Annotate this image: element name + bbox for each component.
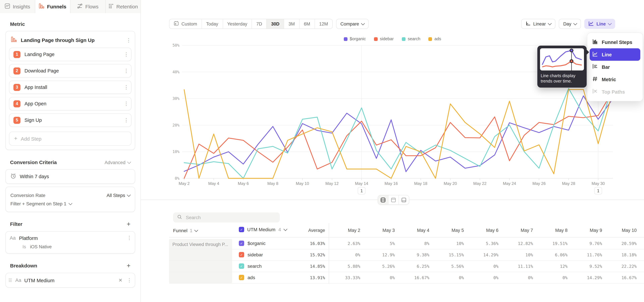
funnel-step-4[interactable]: 4 App Open ⋮	[9, 97, 132, 110]
chevron-down-icon	[608, 22, 612, 25]
series-checkbox[interactable]: ✓	[239, 252, 244, 257]
table-search[interactable]	[173, 212, 280, 222]
range-7d[interactable]: 7D	[252, 19, 267, 28]
filter-value[interactable]: iOS Native	[30, 244, 52, 249]
step-kebab-icon[interactable]: ⋮	[124, 68, 128, 74]
range-30d[interactable]: 30D	[267, 19, 284, 28]
cell-value: 14.29%	[483, 252, 498, 257]
chart-type-dropdown[interactable]: Line	[584, 19, 615, 29]
table-row[interactable]: ✓ $organic 16.03% 2.63% 5% 8% 10% 5.36% …	[169, 238, 644, 249]
remove-breakdown-icon[interactable]: ✕	[118, 278, 122, 283]
conversion-window[interactable]: Within 7 days	[5, 169, 135, 184]
filter-kebab-icon[interactable]: ⋮	[127, 235, 131, 241]
chevron-down-icon	[68, 201, 72, 205]
step-kebab-icon[interactable]: ⋮	[124, 51, 128, 58]
step-kebab-icon[interactable]: ⋮	[124, 84, 128, 90]
filter-segment-dropdown[interactable]: Filter + Segment on Step 1	[10, 200, 130, 208]
step-number-badge: 3	[14, 84, 20, 91]
table-row[interactable]: ✓ sidebar 15.92% 0% 12.9% 9.38% 15.15% 1…	[169, 249, 644, 261]
step-kebab-icon[interactable]: ⋮	[124, 101, 128, 107]
cell-value: 0%	[355, 252, 360, 257]
funnel-step-3[interactable]: 3 App Install ⋮	[9, 80, 132, 94]
chevron-down-icon	[361, 22, 365, 25]
utm-count: 4	[278, 227, 281, 232]
linear-scale-icon	[526, 21, 530, 27]
tab-funnels[interactable]: Funnels	[35, 0, 70, 14]
conversion-rate-card: Conversion Rate All Steps Filter + Segme…	[5, 186, 135, 212]
metric-card: Landing Page through Sign Up ⋮ 1 Landing…	[5, 31, 135, 150]
funnel-column-dropdown[interactable]: Funnel 1	[173, 228, 198, 233]
search-input[interactable]	[185, 214, 276, 220]
column-header[interactable]: May 3	[382, 228, 395, 233]
plus-icon: +	[14, 135, 18, 142]
funnel-count: 1	[190, 228, 192, 233]
step-kebab-icon[interactable]: ⋮	[124, 117, 128, 123]
menu-item-label: Line	[602, 52, 612, 57]
series-checkbox[interactable]: ✓	[239, 275, 244, 280]
funnel-column-label: Funnel	[173, 228, 188, 233]
column-header[interactable]: May 9	[590, 228, 602, 233]
column-header[interactable]: May 5	[452, 228, 464, 233]
column-header-average[interactable]: Average	[308, 228, 325, 233]
breakdown-utm-card[interactable]: ☰ Aa UTM Medium ✕ ⋮	[5, 273, 135, 288]
cell-value: 0%	[459, 275, 464, 280]
tab-insights[interactable]: Insights	[0, 0, 35, 13]
svg-text:0%: 0%	[175, 176, 180, 180]
table-row[interactable]: ✓ search 14.85% 5.88% 5.26% 6.25% 5.56% …	[169, 260, 644, 272]
funnel-kebab-icon[interactable]: ⋮	[126, 37, 130, 43]
layout-split-horizontal-button[interactable]	[378, 195, 388, 204]
breakdown-kebab-icon[interactable]: ⋮	[127, 277, 131, 283]
tab-retention[interactable]: Retention	[106, 0, 141, 13]
range-today[interactable]: Today	[202, 19, 223, 28]
column-header[interactable]: May 2	[348, 228, 360, 233]
select-all-checkbox[interactable]: ✓	[239, 227, 244, 232]
add-breakdown-button[interactable]: +	[127, 262, 130, 269]
series-checkbox[interactable]: ✓	[239, 264, 244, 269]
range-custom[interactable]: Custom	[170, 19, 202, 28]
line-chart-icon	[592, 51, 598, 58]
tab-flows[interactable]: Flows	[70, 0, 106, 13]
series-checkbox[interactable]: ✓	[239, 240, 244, 246]
column-header[interactable]: May 7	[520, 228, 533, 233]
metric-heading: Metric	[10, 21, 25, 27]
filter-platform-card[interactable]: Aa Platform ⋮ Is iOS Native	[5, 231, 135, 254]
menu-item-metric[interactable]: Metric	[587, 73, 643, 86]
cell-value: 5%	[390, 241, 395, 246]
utm-column-dropdown[interactable]: ✓ UTM Medium 4	[239, 227, 287, 232]
all-steps-dropdown[interactable]: All Steps	[107, 192, 130, 198]
column-header[interactable]: May 4	[417, 228, 429, 233]
column-header[interactable]: May 6	[486, 228, 498, 233]
svg-text:May 22: May 22	[473, 181, 486, 186]
drag-handle-icon[interactable]: ☰	[8, 278, 12, 283]
tooltip-text: Line charts display trends over time.	[537, 73, 587, 88]
layout-top-panel-button[interactable]	[388, 195, 399, 204]
table-row[interactable]: ✓ ads 13.91% 33.33% 0% 16.67% 0% 0% 0% 0…	[169, 272, 644, 284]
add-filter-button[interactable]: +	[127, 221, 130, 227]
range-yesterday[interactable]: Yesterday	[223, 19, 252, 28]
range-3m[interactable]: 3M	[284, 19, 300, 28]
menu-item-funnel-steps[interactable]: Funnel Steps	[587, 36, 643, 48]
query-sidebar: Metric Landing Page through Sign Up ⋮ 1 …	[0, 13, 141, 302]
filter-operator[interactable]: Is	[22, 244, 26, 249]
funnel-step-2[interactable]: 2 Download Page ⋮	[9, 64, 132, 78]
column-header[interactable]: May 10	[622, 228, 636, 233]
range-6m[interactable]: 6M	[300, 19, 315, 28]
menu-item-line[interactable]: Line	[590, 48, 640, 61]
funnel-step-1[interactable]: 1 Landing Page ⋮	[9, 48, 132, 61]
funnel-step-5[interactable]: 5 Sign Up ⋮	[9, 114, 132, 127]
menu-item-bar[interactable]: Bar	[587, 61, 643, 73]
step-label: Download Page	[24, 68, 120, 74]
cell-value: 11.76%	[587, 252, 602, 257]
add-step-button[interactable]: + Add Step	[9, 132, 132, 146]
advanced-dropdown[interactable]: Advanced	[104, 160, 130, 165]
range-12m[interactable]: 12M	[315, 19, 332, 28]
cell-value: 5.36%	[486, 241, 498, 246]
cell-value: 6.06%	[555, 252, 568, 257]
scale-dropdown[interactable]: Linear	[521, 19, 556, 29]
column-header[interactable]: May 8	[555, 228, 568, 233]
cell-value: 11.11%	[518, 264, 533, 269]
granularity-dropdown[interactable]: Day	[559, 19, 581, 29]
row-name: search	[248, 264, 262, 269]
layout-bottom-panel-button[interactable]	[399, 195, 409, 204]
compare-button[interactable]: Compare	[336, 19, 369, 29]
